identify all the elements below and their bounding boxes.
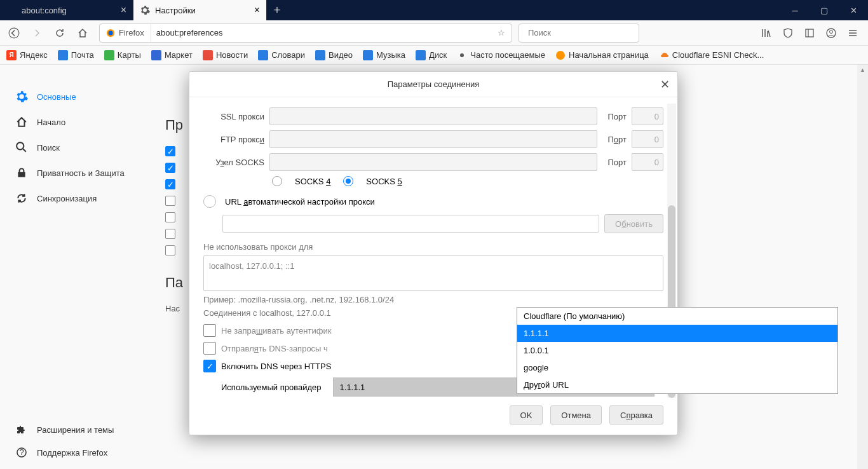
menu-icon[interactable] bbox=[846, 27, 859, 39]
refresh-button[interactable]: Обновить bbox=[604, 214, 663, 233]
socks-host-input[interactable] bbox=[269, 153, 597, 171]
reload-button[interactable] bbox=[50, 23, 70, 43]
lock-icon bbox=[15, 167, 28, 179]
socks-port-input[interactable] bbox=[632, 153, 663, 171]
nav-privacy[interactable]: Приватность и Защита bbox=[0, 160, 153, 186]
scroll-up-icon[interactable]: ▲ bbox=[857, 65, 868, 75]
minimize-button[interactable]: ─ bbox=[780, 0, 810, 20]
nav-extensions[interactable]: Расширения и темы bbox=[0, 418, 153, 441]
nav-general[interactable]: Основные bbox=[0, 84, 153, 109]
nav-search[interactable]: Поиск bbox=[0, 135, 153, 160]
dropdown-option-selected[interactable]: 1.1.1.1 bbox=[517, 325, 837, 342]
tab-label: about:config bbox=[22, 6, 67, 15]
nav-sync[interactable]: Синхронизация bbox=[0, 186, 153, 211]
url-bar[interactable]: Firefox ☆ bbox=[99, 24, 512, 43]
bookmark-disk[interactable]: Диск bbox=[416, 50, 447, 60]
bookmark-video[interactable]: Видео bbox=[315, 50, 353, 60]
no-proxy-label: Не использовать прокси для bbox=[203, 242, 663, 252]
forward-button[interactable] bbox=[27, 23, 47, 43]
help-button[interactable]: Справка bbox=[609, 405, 663, 425]
library-icon[interactable] bbox=[760, 27, 773, 39]
page-scrollbar[interactable]: ▲ bbox=[857, 65, 868, 469]
provider-label: Используемый провайдер bbox=[221, 383, 322, 392]
bookmark-maps[interactable]: Карты bbox=[104, 50, 141, 60]
socks4-radio[interactable] bbox=[272, 176, 282, 186]
autoconfig-radio[interactable] bbox=[203, 195, 216, 208]
provider-selected-value: 1.1.1.1 bbox=[340, 383, 365, 392]
close-icon[interactable]: ✕ bbox=[660, 78, 670, 92]
example-text: Пример: .mozilla-russia.org, .net.nz, 19… bbox=[203, 295, 663, 304]
dns-socks-label: Отправлять DNS-запросы ч bbox=[221, 344, 328, 353]
svg-rect-10 bbox=[18, 172, 25, 177]
close-icon[interactable]: × bbox=[114, 4, 126, 16]
dropdown-option[interactable]: Другой URL bbox=[517, 376, 837, 393]
socks5-label: SOCKS 5 bbox=[366, 177, 402, 186]
dropdown-option[interactable]: google bbox=[517, 359, 837, 376]
cancel-button[interactable]: Отмена bbox=[550, 405, 602, 425]
titlebar: about:config × Настройки × + ─ ▢ ✕ bbox=[0, 0, 868, 20]
back-button[interactable] bbox=[4, 23, 24, 43]
autoconfig-url-input[interactable] bbox=[222, 215, 599, 233]
shield-icon[interactable] bbox=[782, 27, 794, 39]
checkbox[interactable]: ✓ bbox=[165, 163, 175, 173]
dropdown-option[interactable]: 1.0.0.1 bbox=[517, 342, 837, 359]
checkbox[interactable] bbox=[165, 196, 175, 206]
bookmark-mail[interactable]: Почта bbox=[58, 50, 94, 60]
url-input[interactable] bbox=[151, 24, 491, 42]
ftp-port-input[interactable] bbox=[632, 130, 663, 148]
maximize-button[interactable]: ▢ bbox=[810, 0, 839, 20]
checkbox[interactable] bbox=[165, 212, 175, 222]
port-label: Порт bbox=[602, 112, 627, 121]
help-icon: ? bbox=[15, 446, 28, 459]
svg-point-2 bbox=[109, 31, 113, 35]
tab-settings[interactable]: Настройки × bbox=[133, 0, 267, 20]
svg-point-8 bbox=[556, 51, 565, 60]
identity-box[interactable]: Firefox bbox=[100, 24, 151, 42]
nav-support[interactable]: ? Поддержка Firefox bbox=[0, 441, 153, 464]
bookmark-startpage[interactable]: Начальная страница bbox=[555, 50, 649, 60]
svg-point-0 bbox=[9, 28, 19, 38]
checkbox[interactable]: ✓ bbox=[165, 179, 175, 189]
search-input[interactable] bbox=[528, 28, 635, 37]
home-button[interactable] bbox=[72, 23, 93, 43]
ok-button[interactable]: OK bbox=[510, 405, 543, 425]
bookmark-dictionaries[interactable]: Словари bbox=[258, 50, 305, 60]
svg-point-7 bbox=[830, 30, 833, 33]
checkbox[interactable] bbox=[165, 229, 175, 239]
svg-rect-4 bbox=[806, 29, 813, 37]
close-window-button[interactable]: ✕ bbox=[839, 0, 868, 20]
bookmark-news[interactable]: Новости bbox=[203, 50, 248, 60]
dropdown-option[interactable]: Cloudflare (По умолчанию) bbox=[517, 308, 837, 325]
account-icon[interactable] bbox=[825, 27, 837, 39]
tab-about-config[interactable]: about:config × bbox=[0, 0, 133, 20]
sidebar-icon[interactable] bbox=[803, 27, 816, 39]
new-tab-button[interactable]: + bbox=[267, 0, 287, 20]
doh-checkbox[interactable]: ✓ bbox=[203, 360, 216, 372]
bookmark-cloudflare[interactable]: Cloudflare ESNI Check... bbox=[659, 50, 764, 60]
no-auth-checkbox[interactable] bbox=[203, 324, 216, 337]
port-label: Порт bbox=[602, 158, 627, 167]
socks5-radio[interactable] bbox=[343, 176, 353, 186]
bookmark-yandex[interactable]: ЯЯндекс bbox=[6, 50, 48, 60]
ftp-proxy-label: FTP прокси bbox=[203, 135, 264, 144]
bookmark-frequent[interactable]: Часто посещаемые bbox=[457, 50, 545, 60]
dialog-title-bar: Параметры соединения ✕ bbox=[189, 72, 677, 97]
ssl-proxy-input[interactable] bbox=[269, 107, 597, 125]
nav-home[interactable]: Начало bbox=[0, 109, 153, 135]
ssl-port-input[interactable] bbox=[632, 107, 663, 125]
no-proxy-textarea[interactable]: localhost, 127.0.0.1; ::1 bbox=[203, 255, 663, 291]
close-icon[interactable]: × bbox=[248, 4, 260, 16]
checkbox[interactable] bbox=[165, 245, 175, 255]
bookmark-market[interactable]: Маркет bbox=[151, 50, 193, 60]
ftp-proxy-input[interactable] bbox=[269, 130, 597, 148]
firefox-icon bbox=[106, 29, 115, 37]
navbar: Firefox ☆ bbox=[0, 20, 868, 46]
identity-label: Firefox bbox=[119, 28, 144, 37]
checkbox[interactable]: ✓ bbox=[165, 146, 175, 156]
dns-socks-checkbox[interactable] bbox=[203, 342, 216, 355]
bookmark-star-icon[interactable]: ☆ bbox=[491, 28, 512, 37]
preferences-nav: Основные Начало Поиск Приватность и Защи… bbox=[0, 65, 153, 469]
search-bar[interactable] bbox=[519, 24, 639, 43]
bookmark-music[interactable]: Музыка bbox=[363, 50, 405, 60]
port-label: Порт bbox=[602, 135, 627, 144]
